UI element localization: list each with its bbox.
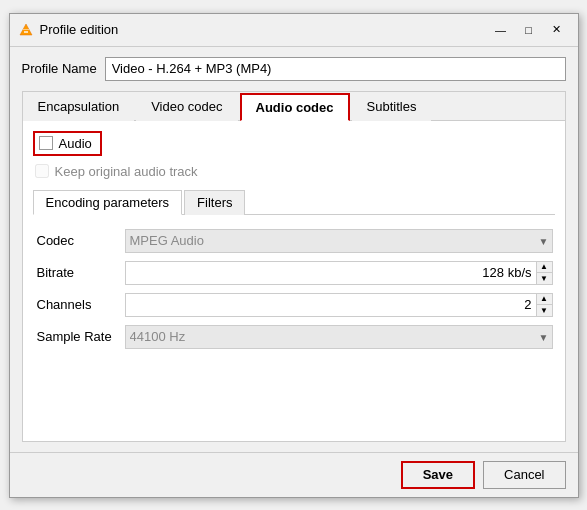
audio-checkbox-row: Audio: [33, 131, 555, 156]
footer: Save Cancel: [10, 452, 578, 497]
codec-value-cell: MPEG Audio ▼: [123, 225, 555, 257]
cancel-button[interactable]: Cancel: [483, 461, 565, 489]
audio-checkbox-group: Audio: [33, 131, 102, 156]
keep-original-row: Keep original audio track: [33, 164, 555, 179]
maximize-button[interactable]: □: [516, 20, 542, 40]
inner-tab-filters[interactable]: Filters: [184, 190, 245, 215]
keep-original-checkbox[interactable]: [35, 164, 49, 178]
bitrate-spinbox: ▲ ▼: [125, 261, 553, 285]
main-tabs-container: Encapsulation Video codec Audio codec Su…: [22, 91, 566, 442]
profile-name-label: Profile Name: [22, 61, 97, 76]
channels-arrows: ▲ ▼: [536, 294, 552, 316]
audio-label: Audio: [59, 136, 92, 151]
bitrate-input[interactable]: [126, 265, 536, 280]
svg-rect-2: [23, 29, 29, 30]
bitrate-arrows: ▲ ▼: [536, 262, 552, 284]
save-button[interactable]: Save: [401, 461, 475, 489]
inner-tab-encoding[interactable]: Encoding parameters: [33, 190, 183, 215]
sample-rate-select-wrapper: 44100 Hz ▼: [125, 325, 553, 349]
bitrate-label: Bitrate: [33, 257, 123, 289]
minimize-button[interactable]: —: [488, 20, 514, 40]
main-tabs-header: Encapsulation Video codec Audio codec Su…: [23, 92, 565, 121]
audio-checkbox[interactable]: [39, 136, 53, 150]
channels-up-button[interactable]: ▲: [537, 294, 552, 306]
titlebar-controls: — □ ✕: [488, 20, 570, 40]
window-title: Profile edition: [40, 22, 482, 37]
encoding-tabs-header: Encoding parameters Filters: [33, 189, 555, 215]
window-content: Profile Name Encapsulation Video codec A…: [10, 47, 578, 452]
codec-select[interactable]: MPEG Audio: [125, 229, 553, 253]
encoding-params-grid: Codec MPEG Audio ▼ Bitrate: [33, 225, 555, 353]
profile-name-row: Profile Name: [22, 57, 566, 81]
tab-content-audio-codec: Audio Keep original audio track Encoding…: [23, 121, 565, 441]
close-button[interactable]: ✕: [544, 20, 570, 40]
sample-rate-label: Sample Rate: [33, 321, 123, 353]
channels-down-button[interactable]: ▼: [537, 305, 552, 316]
sample-rate-select[interactable]: 44100 Hz: [125, 325, 553, 349]
profile-edition-window: Profile edition — □ ✕ Profile Name Encap…: [9, 13, 579, 498]
keep-original-label: Keep original audio track: [55, 164, 198, 179]
tab-audio-codec[interactable]: Audio codec: [240, 93, 350, 121]
tab-video-codec[interactable]: Video codec: [136, 93, 237, 121]
channels-spinbox: ▲ ▼: [125, 293, 553, 317]
vlc-icon: [18, 22, 34, 38]
codec-select-wrapper: MPEG Audio ▼: [125, 229, 553, 253]
channels-input[interactable]: [126, 297, 536, 312]
tab-subtitles[interactable]: Subtitles: [352, 93, 432, 121]
channels-label: Channels: [33, 289, 123, 321]
titlebar: Profile edition — □ ✕: [10, 14, 578, 47]
profile-name-input[interactable]: [105, 57, 566, 81]
tab-encapsulation[interactable]: Encapsulation: [23, 93, 135, 121]
bitrate-down-button[interactable]: ▼: [537, 273, 552, 284]
bitrate-value-cell: ▲ ▼: [123, 257, 555, 289]
sample-rate-value-cell: 44100 Hz ▼: [123, 321, 555, 353]
bitrate-up-button[interactable]: ▲: [537, 262, 552, 274]
svg-rect-1: [24, 31, 28, 33]
channels-value-cell: ▲ ▼: [123, 289, 555, 321]
codec-label: Codec: [33, 225, 123, 257]
